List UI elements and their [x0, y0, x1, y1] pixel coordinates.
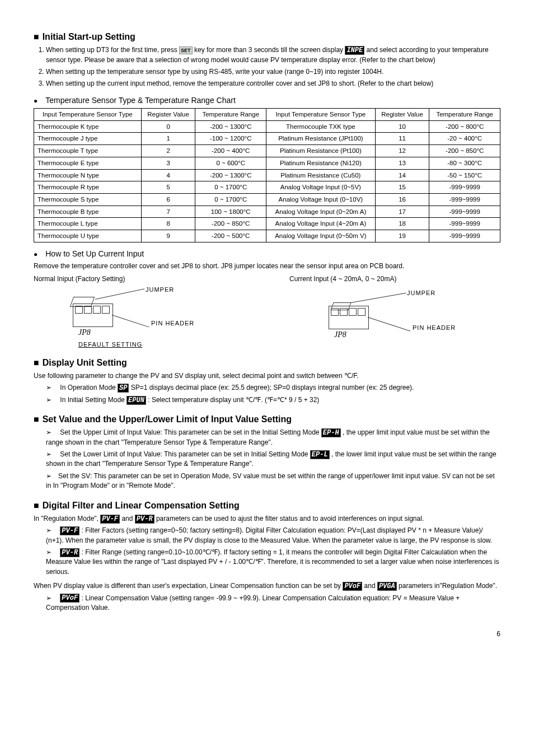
table-cell: Platinum Resistance (JPt100) — [266, 133, 376, 145]
lcd-pvr: PV-R — [60, 548, 79, 557]
section-filter-title: Digital Filter and Linear Compensation S… — [34, 499, 500, 512]
section-initial-title: Initial Start-up Setting — [34, 30, 500, 43]
table-cell: 15 — [375, 181, 429, 194]
table-cell: 0 ~ 600°C — [195, 157, 266, 169]
setvalue-sv: Set the SV: This parameter can be set in… — [46, 472, 500, 491]
section-display-title: Display Unit Setting — [34, 356, 500, 369]
table-cell: 8 — [141, 218, 195, 230]
table-cell: 4 — [141, 169, 195, 181]
table-row: Thermocouple U type9-200 ~ 500°CAnalog V… — [34, 230, 500, 242]
table-cell: Thermocouple S type — [34, 193, 142, 206]
lcd-pvga: PVGA — [377, 582, 397, 591]
sensor-table: Input Temperature Sensor Type Register V… — [34, 108, 500, 242]
pin-header-label: PIN HEADER — [413, 324, 456, 333]
jumper-left-label: Normal Iniput (Factory Setting) — [34, 274, 245, 284]
jumper-diagram-area: Normal Iniput (Factory Setting) JUMPER J… — [34, 274, 500, 348]
text: Set the Upper Limit of Input Value: This… — [60, 428, 321, 436]
th: Register Value — [141, 109, 195, 121]
table-cell: 1 — [141, 133, 195, 145]
table-cell: 2 — [141, 145, 195, 157]
table-row: Thermocouple L type8-200 ~ 850°CAnalog V… — [34, 218, 500, 230]
table-row: Thermocouple R type50 ~ 1700°CAnalog Vol… — [34, 181, 500, 194]
table-cell: 6 — [141, 193, 195, 206]
table-cell: Thermocouple U type — [34, 230, 142, 242]
th: Register Value — [375, 109, 429, 121]
linear-comp-item: PVoF : Linear Compensation Value (settin… — [46, 594, 500, 613]
text: parameters can be used to ajust the filt… — [156, 515, 424, 522]
table-cell: Thermocouple TXK type — [266, 120, 376, 133]
setvalue-upper: Set the Upper Limit of Input Value: This… — [46, 428, 500, 447]
howto-title: How to Set Up Current Input — [34, 248, 500, 259]
initial-steps-list: When setting up DT3 for the first time, … — [34, 45, 500, 89]
table-cell: Platinum Resistance (Cu50) — [266, 169, 376, 181]
jp8-label: JP8 — [78, 327, 91, 338]
table-cell: Analog Voltage Input (0~5V) — [266, 181, 376, 194]
initial-step-2: When setting up the temperature sensor t… — [46, 67, 500, 77]
jumper-diagram-current: JUMPER JP8 PIN HEADER — [323, 287, 500, 348]
table-cell: Thermocouple B type — [34, 206, 142, 218]
table-cell: Analog Voltage Input (4~20m A) — [266, 218, 376, 230]
default-setting-label: DEFAULT SETTING — [78, 340, 142, 349]
table-cell: Thermocouple L type — [34, 218, 142, 230]
table-cell: -200 ~ 850°C — [195, 218, 266, 230]
table-row: Thermocouple B type7100 ~ 1800°CAnalog V… — [34, 206, 500, 218]
table-cell: 13 — [375, 157, 429, 169]
table-row: Thermocouple N type4-200 ~ 1300°CPlatinu… — [34, 169, 500, 181]
jumper-right-label: Current Input (4 ~ 20mA, 0 ~ 20mA) — [289, 274, 500, 284]
table-cell: -80 ~ 300°C — [429, 157, 500, 169]
table-cell: Platinum Resistance (Pt100) — [266, 145, 376, 157]
table-cell: -50 ~ 150°C — [429, 169, 500, 181]
table-cell: -200 ~ 400°C — [195, 145, 266, 157]
table-cell: 9 — [141, 230, 195, 242]
lcd-epun: EPUN — [127, 396, 146, 405]
table-cell: Thermocouple E type — [34, 157, 142, 169]
linear-comp-list: PVoF : Linear Compensation Value (settin… — [34, 594, 500, 613]
text: : Filter Factors (setting range=0~50; fa… — [46, 526, 492, 544]
jumper-diagram-default: JUMPER JP8 PIN HEADER DEFAULT SETTING — [67, 287, 245, 348]
table-cell: -999~9999 — [429, 206, 500, 218]
table-cell: Analog Voltage Input (0~10V) — [266, 193, 376, 206]
table-cell: Thermocouple R type — [34, 181, 142, 194]
table-cell: Thermocouple N type — [34, 169, 142, 181]
lcd-eph: EP-H — [321, 428, 341, 437]
table-cell: -999~9999 — [429, 193, 500, 206]
table-cell: 0 ~ 1700°C — [195, 181, 266, 194]
table-cell: 12 — [375, 145, 429, 157]
page-number: 6 — [34, 629, 500, 639]
lcd-pvf: PV-F — [60, 526, 79, 535]
table-cell: 0 — [141, 120, 195, 133]
text: : Linear Compensation Value (setting ran… — [46, 594, 460, 612]
th: Temperature Range — [429, 109, 500, 121]
table-cell: Platinum Resistance (Ni120) — [266, 157, 376, 169]
th: Input Temperature Sensor Type — [266, 109, 376, 121]
lcd-inpe: INPE — [345, 46, 364, 55]
table-cell: Analog Voltage Input (0~20m A) — [266, 206, 376, 218]
display-item-init: In Initial Setting Mode EPUN : Select te… — [46, 395, 500, 405]
table-row: Thermocouple J type1-100 ~ 1200°CPlatinu… — [34, 133, 500, 145]
linear-comp-intro: When PV display value is different than … — [34, 581, 500, 591]
table-cell: 18 — [375, 218, 429, 230]
setvalue-list: Set the Upper Limit of Input Value: This… — [34, 428, 500, 491]
table-cell: -200 ~ 1300°C — [195, 120, 266, 133]
table-cell: 0 ~ 1700°C — [195, 193, 266, 206]
text: SP=1 displays decimal place (ex: 25.5 de… — [131, 384, 414, 391]
table-cell: 19 — [375, 230, 429, 242]
table-cell: -100 ~ 1200°C — [195, 133, 266, 145]
text: : Select temperature display unit ℃/℉. (… — [148, 396, 319, 404]
text: In Operation Mode — [60, 384, 118, 391]
display-list: In Operation Mode SP SP=1 displays decim… — [34, 383, 500, 405]
display-intro: Use following parameter to change the PV… — [34, 371, 500, 381]
section-setvalue-title: Set Value and the Upper/Lower Limit of I… — [34, 413, 500, 426]
text: Set the Lower Limit of Input Value: This… — [60, 450, 310, 458]
lcd-pvof: PVoF — [60, 594, 79, 603]
text: key for more than 3 seconds till the scr… — [194, 46, 345, 54]
lcd-pvof: PVoF — [343, 582, 362, 591]
table-cell: -20 ~ 400°C — [429, 133, 500, 145]
initial-step-1: When setting up DT3 for the first time, … — [46, 45, 500, 65]
lcd-pvf: PV-F — [100, 515, 120, 524]
table-cell: 3 — [141, 157, 195, 169]
filter-list: PV-F : Filter Factors (setting range=0~5… — [34, 526, 500, 577]
text: : Filter Range (setting range=0.10~10.00… — [46, 548, 499, 576]
table-cell: -999~9999 — [429, 230, 500, 242]
filter-item-pvf: PV-F : Filter Factors (setting range=0~5… — [46, 526, 500, 545]
